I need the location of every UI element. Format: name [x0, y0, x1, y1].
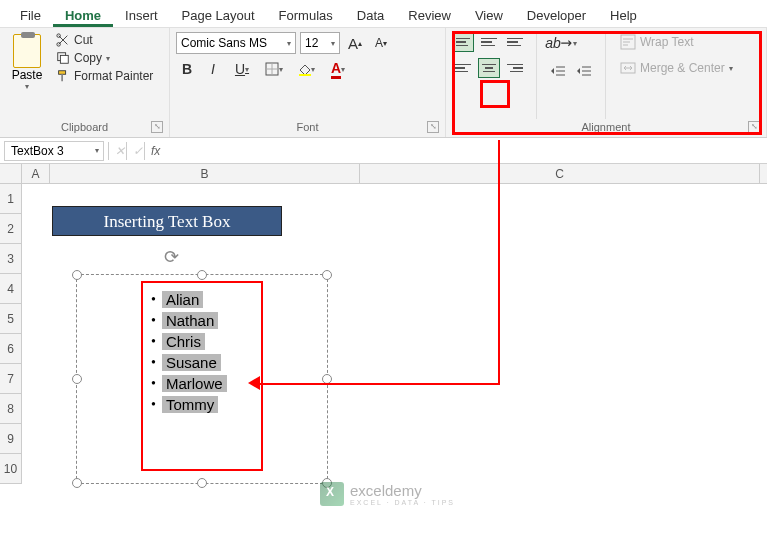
row-header[interactable]: 2 [0, 214, 21, 244]
wrap-text-icon [620, 34, 636, 50]
dialog-launcher-icon[interactable]: ⤡ [748, 121, 760, 133]
align-middle-button[interactable] [478, 32, 500, 52]
tab-developer[interactable]: Developer [515, 4, 598, 27]
rotate-handle-icon[interactable]: ⟳ [164, 246, 179, 268]
svg-rect-3 [60, 55, 68, 63]
row-header[interactable]: 6 [0, 334, 21, 364]
chevron-down-icon: ▾ [729, 64, 733, 73]
chevron-down-icon: ▾ [106, 54, 110, 63]
list-item: Marlowe [143, 373, 261, 394]
fx-icon[interactable]: fx [144, 142, 162, 160]
align-top-button[interactable] [452, 32, 474, 52]
row-header[interactable]: 7 [0, 364, 21, 394]
decrease-font-button[interactable]: A▾ [370, 32, 392, 54]
border-icon [265, 62, 279, 76]
cut-label: Cut [74, 33, 93, 47]
fill-color-button[interactable]: ▾ [292, 58, 320, 80]
formula-bar: TextBox 3▾ ✕ ✓ fx [0, 138, 767, 164]
worksheet-grid: A B C 1 2 3 4 5 6 7 8 9 10 Inserting Tex… [0, 164, 767, 484]
ribbon: Paste ▾ Cut Copy ▾ Format Painter C [0, 28, 767, 138]
group-label-alignment: Alignment⤡ [452, 119, 760, 135]
chevron-down-icon: ▾ [331, 39, 335, 48]
format-painter-label: Format Painter [74, 69, 153, 83]
resize-handle[interactable] [72, 270, 82, 280]
svg-rect-9 [299, 74, 311, 76]
tab-home[interactable]: Home [53, 4, 113, 27]
tab-data[interactable]: Data [345, 4, 396, 27]
group-label-font: Font⤡ [176, 119, 439, 135]
borders-button[interactable]: ▾ [260, 58, 288, 80]
resize-handle[interactable] [197, 270, 207, 280]
increase-indent-button[interactable] [573, 60, 595, 82]
chevron-down-icon: ▾ [287, 39, 291, 48]
paste-button[interactable]: Paste ▾ [6, 32, 48, 119]
italic-button[interactable]: I [202, 58, 224, 80]
tab-review[interactable]: Review [396, 4, 463, 27]
group-alignment: ab↗ ▾ Wrap Text Merge & Center ▾ [446, 28, 767, 137]
tab-page-layout[interactable]: Page Layout [170, 4, 267, 27]
resize-handle[interactable] [322, 270, 332, 280]
row-header[interactable]: 5 [0, 304, 21, 334]
bold-button[interactable]: B [176, 58, 198, 80]
select-all-corner[interactable] [0, 164, 22, 183]
bullet-list: Alian Nathan Chris Susane Marlowe Tommy [143, 283, 261, 421]
ribbon-tabs: File Home Insert Page Layout Formulas Da… [0, 0, 767, 28]
resize-handle[interactable] [72, 478, 82, 488]
enter-icon[interactable]: ✓ [126, 142, 144, 160]
col-header-b[interactable]: B [50, 164, 360, 183]
copy-button[interactable]: Copy ▾ [52, 50, 157, 66]
tab-file[interactable]: File [8, 4, 53, 27]
tab-help[interactable]: Help [598, 4, 649, 27]
font-size-select[interactable]: 12▾ [300, 32, 340, 54]
textbox-shape[interactable]: Alian Nathan Chris Susane Marlowe Tommy [76, 274, 328, 484]
underline-button[interactable]: U ▾ [228, 58, 256, 80]
merge-icon [620, 60, 636, 76]
decrease-indent-button[interactable] [547, 60, 569, 82]
align-left-button[interactable] [452, 58, 474, 78]
row-header[interactable]: 1 [0, 184, 21, 214]
svg-rect-4 [59, 71, 66, 75]
col-header-a[interactable]: A [22, 164, 50, 183]
cut-button[interactable]: Cut [52, 32, 157, 48]
align-right-button[interactable] [504, 58, 526, 78]
formula-input[interactable] [162, 141, 767, 161]
font-color-button[interactable]: A ▾ [324, 58, 352, 80]
tab-view[interactable]: View [463, 4, 515, 27]
cancel-icon[interactable]: ✕ [108, 142, 126, 160]
orientation-button[interactable]: ab↗ ▾ [547, 32, 575, 54]
svg-rect-5 [61, 74, 63, 81]
brush-icon [56, 69, 70, 83]
indent-icon [577, 65, 591, 77]
wrap-text-button[interactable]: Wrap Text [616, 32, 737, 52]
paste-icon [13, 34, 41, 68]
list-item: Tommy [143, 394, 261, 415]
list-item: Chris [143, 331, 261, 352]
row-header[interactable]: 10 [0, 454, 21, 484]
outdent-icon [551, 65, 565, 77]
row-header[interactable]: 3 [0, 244, 21, 274]
row-header[interactable]: 9 [0, 424, 21, 454]
name-box[interactable]: TextBox 3▾ [4, 141, 104, 161]
watermark: exceldemyEXCEL · DATA · TIPS [320, 482, 455, 506]
highlight-textbox-content: Alian Nathan Chris Susane Marlowe Tommy [141, 281, 263, 471]
annotation-arrow [498, 140, 500, 385]
resize-handle[interactable] [197, 478, 207, 488]
font-name-select[interactable]: Comic Sans MS▾ [176, 32, 296, 54]
resize-handle[interactable] [72, 374, 82, 384]
dialog-launcher-icon[interactable]: ⤡ [151, 121, 163, 133]
group-label-clipboard: Clipboard⤡ [6, 119, 163, 135]
row-header[interactable]: 4 [0, 274, 21, 304]
merge-center-button[interactable]: Merge & Center ▾ [616, 58, 737, 78]
tab-insert[interactable]: Insert [113, 4, 170, 27]
align-bottom-button[interactable] [504, 32, 526, 52]
chevron-down-icon: ▾ [95, 146, 99, 155]
format-painter-button[interactable]: Format Painter [52, 68, 157, 84]
increase-font-button[interactable]: A▴ [344, 32, 366, 54]
paste-label: Paste [12, 68, 43, 82]
group-font: Comic Sans MS▾ 12▾ A▴ A▾ B I U ▾ ▾ ▾ A ▾… [170, 28, 446, 137]
col-header-c[interactable]: C [360, 164, 760, 183]
row-header[interactable]: 8 [0, 394, 21, 424]
dialog-launcher-icon[interactable]: ⤡ [427, 121, 439, 133]
tab-formulas[interactable]: Formulas [267, 4, 345, 27]
align-center-button[interactable] [478, 58, 500, 78]
